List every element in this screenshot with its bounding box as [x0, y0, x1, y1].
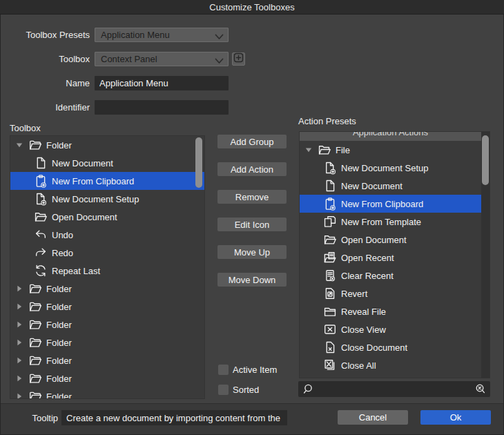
document-icon: [323, 179, 337, 193]
tree-item-label: Folder: [46, 140, 72, 151]
group-header-application-actions[interactable]: Application Actions: [300, 131, 481, 141]
chevron-collapsed-icon[interactable]: [16, 334, 28, 351]
tree-item-close-view[interactable]: Close View: [300, 320, 481, 338]
close-view-icon: [323, 322, 337, 336]
tree-item-label: Folder: [46, 356, 72, 366]
action-buttons-column: Add GroupAdd ActionRemoveEdit IconMove U…: [217, 135, 287, 287]
chevron-down-icon: [215, 56, 224, 62]
name-field[interactable]: [95, 76, 229, 90]
move-up-button[interactable]: Move Up: [217, 245, 287, 259]
tree-item-clear-recent[interactable]: Clear Recent: [300, 267, 481, 284]
tree-item-open-recent[interactable]: Open Recent: [300, 249, 481, 267]
chevron-collapsed-icon[interactable]: [16, 387, 28, 399]
tree-item-new-document[interactable]: New Document: [300, 177, 481, 195]
tree-item-folder[interactable]: Folder: [10, 280, 204, 298]
cancel-button[interactable]: Cancel: [338, 410, 408, 425]
toolbox-scrollbar-thumb[interactable]: [195, 137, 202, 188]
tree-item-label: New Document Setup: [341, 163, 428, 173]
folder-recent-icon: [323, 251, 337, 264]
group-header-label: Application Actions: [353, 131, 428, 137]
tree-item-label: New From Clipboard: [341, 199, 423, 209]
tree-item-reveal-file[interactable]: Reveal File: [300, 302, 481, 320]
tree-item-file[interactable]: File: [300, 141, 481, 159]
tree-item-undo[interactable]: Undo: [10, 226, 204, 244]
titlebar[interactable]: Customize Toolboxes: [0, 0, 504, 14]
active-item-checkbox[interactable]: [218, 365, 229, 375]
ok-button[interactable]: Ok: [420, 410, 491, 425]
tree-item-label: Folder: [46, 320, 72, 330]
toolbox-presets-label: Toolbox Presets: [0, 28, 90, 42]
tree-item-folder[interactable]: Folder: [10, 298, 204, 316]
active-item-checkbox-row[interactable]: Active Item: [218, 364, 277, 375]
tree-item-label: Folder: [46, 338, 72, 348]
chevron-collapsed-icon[interactable]: [16, 351, 28, 369]
tree-item-label: Open Document: [52, 212, 117, 222]
tree-item-label: New From Template: [341, 217, 421, 227]
tree-item-open-document[interactable]: Open Document: [300, 231, 481, 249]
add-group-button[interactable]: Add Group: [217, 135, 287, 148]
chevron-collapsed-icon[interactable]: [16, 298, 28, 316]
tree-item-new-from-template[interactable]: New From Template: [300, 213, 481, 231]
folder-open-icon: [318, 143, 331, 157]
tree-item-folder[interactable]: Folder: [10, 316, 204, 334]
tree-item-folder[interactable]: Folder: [10, 136, 204, 154]
tree-item-new-document[interactable]: New Document: [10, 154, 204, 172]
sorted-checkbox-row[interactable]: Sorted: [218, 384, 277, 395]
chevron-expanded-icon[interactable]: [305, 141, 318, 159]
remove-button[interactable]: Remove: [217, 190, 287, 204]
tree-item-revert[interactable]: Revert: [300, 284, 481, 302]
tree-item-label: Redo: [52, 248, 73, 258]
folder-icon: [28, 318, 42, 331]
tree-item-repeat-last[interactable]: Repeat Last: [10, 262, 204, 280]
tooltip-label: Tooltip: [1, 411, 58, 425]
clear-search-icon[interactable]: [474, 383, 486, 395]
tree-item-folder[interactable]: Folder: [10, 334, 204, 351]
folder-icon: [28, 389, 42, 399]
tree-item-close-document[interactable]: Close Document: [300, 338, 481, 356]
tree-item-new-document-setup[interactable]: New Document Setup: [10, 190, 204, 208]
tree-item-new-from-clipboard[interactable]: New From Clipboard: [10, 172, 204, 190]
plus-icon: [233, 52, 244, 66]
sorted-checkbox[interactable]: [218, 385, 229, 395]
close-all-icon: [323, 358, 337, 372]
tree-item-label: Folder: [46, 392, 72, 400]
toolbox-dropdown[interactable]: Context Panel: [95, 52, 229, 66]
edit-icon-button[interactable]: Edit Icon: [217, 218, 287, 231]
tooltip-field[interactable]: [61, 410, 287, 425]
tree-item-folder[interactable]: Folder: [10, 387, 204, 399]
presets-scrollbar-thumb[interactable]: [482, 135, 489, 185]
search-input[interactable]: [314, 384, 474, 394]
tree-item-close-all[interactable]: Close All: [300, 356, 481, 374]
add-toolbox-button[interactable]: [232, 52, 245, 66]
action-presets-panel: Application Actions FileNew Document Set…: [299, 131, 490, 378]
tree-item-label: Repeat Last: [52, 266, 100, 276]
tree-item-label: Clear Recent: [341, 271, 394, 281]
tree-item-folder[interactable]: Folder: [10, 369, 204, 387]
tree-item-label: Folder: [46, 284, 72, 294]
toolbox-tree: FolderNew DocumentNew From ClipboardNew …: [10, 136, 204, 399]
move-down-button[interactable]: Move Down: [217, 273, 287, 287]
folder-icon: [28, 354, 42, 367]
action-presets-tree: FileNew Document SetupNew DocumentNew Fr…: [300, 141, 490, 374]
chevron-collapsed-icon[interactable]: [16, 369, 28, 387]
toolbox-label: Toolbox: [0, 52, 90, 66]
tree-item-label: New From Clipboard: [52, 176, 134, 186]
chevron-collapsed-icon[interactable]: [16, 280, 28, 298]
document-plus-icon: [34, 192, 48, 206]
identifier-field[interactable]: [95, 100, 229, 115]
folder-icon: [28, 138, 42, 152]
chevron-expanded-icon[interactable]: [16, 136, 28, 154]
presets-scrollbar-track[interactable]: [481, 132, 490, 378]
toolbox-presets-dropdown[interactable]: Application Menu: [95, 28, 229, 42]
tree-item-label: Reveal File: [341, 307, 386, 317]
tree-item-folder[interactable]: Folder: [10, 351, 204, 369]
search-box[interactable]: [298, 381, 490, 397]
chevron-collapsed-icon[interactable]: [16, 316, 28, 334]
document-revert-icon: [323, 287, 337, 300]
add-action-button[interactable]: Add Action: [217, 162, 287, 176]
tree-item-new-from-clipboard[interactable]: New From Clipboard: [300, 195, 481, 213]
tree-item-label: Close All: [341, 360, 376, 371]
tree-item-open-document[interactable]: Open Document: [10, 208, 204, 226]
tree-item-new-document-setup[interactable]: New Document Setup: [300, 159, 481, 177]
tree-item-redo[interactable]: Redo: [10, 244, 204, 262]
